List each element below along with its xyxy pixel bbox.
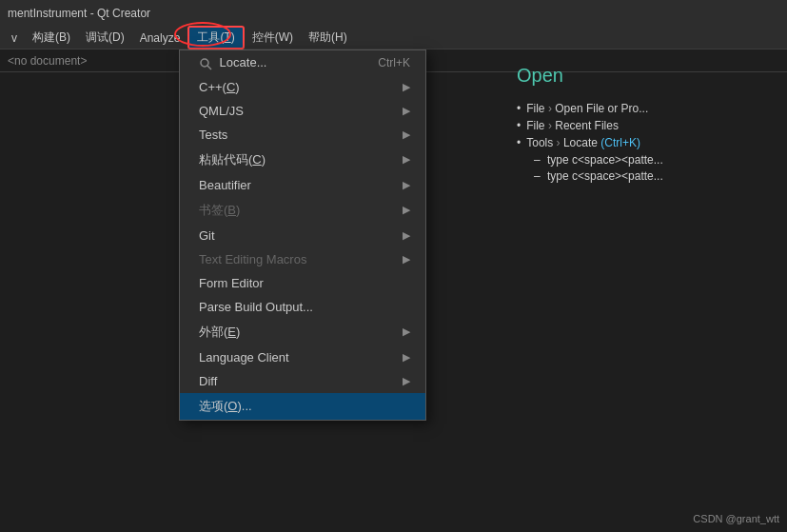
- bullet-item-1: • File › Open File or Pro...: [517, 102, 772, 115]
- dropdown-item-qmljs[interactable]: QML/JS ▶: [180, 99, 425, 123]
- text-editing-macros-label: Text Editing Macros: [199, 252, 395, 266]
- title-text: mentInstrument - Qt Creator: [8, 7, 150, 20]
- text-editing-macros-arrow: ▶: [403, 253, 410, 266]
- git-label: Git: [199, 228, 395, 243]
- menu-item-build[interactable]: 构建(B): [25, 28, 78, 48]
- bookmarks-arrow: ▶: [403, 204, 410, 216]
- bullet-text-2: File › Recent Files: [526, 119, 619, 132]
- tests-arrow: ▶: [403, 128, 410, 141]
- bullet-item-2: • File › Recent Files: [517, 119, 772, 132]
- dropdown-item-language-client[interactable]: Language Client ▶: [180, 345, 425, 369]
- open-title: Open: [517, 65, 772, 87]
- dropdown-item-git[interactable]: Git ▶: [180, 224, 425, 247]
- dropdown-item-text-editing-macros: Text Editing Macros ▶: [180, 247, 425, 271]
- cpp-label: C++(C): [199, 80, 395, 94]
- svg-line-1: [207, 66, 211, 69]
- sub-item-1: – type c<space><patte...: [534, 153, 772, 167]
- sub-item-text-2: type c<space><patte...: [547, 169, 663, 183]
- parse-build-output-label: Parse Build Output...: [199, 300, 410, 314]
- locate-label: Locate...: [199, 55, 359, 70]
- no-document-text: <no document>: [8, 54, 87, 68]
- paste-code-arrow: ▶: [403, 153, 410, 166]
- qmljs-arrow: ▶: [403, 105, 410, 117]
- diff-arrow: ▶: [403, 375, 410, 387]
- menu-item-analyze[interactable]: Analyze: [132, 30, 188, 47]
- dropdown-item-beautifier[interactable]: Beautifier ▶: [180, 173, 425, 197]
- right-panel: Open • File › Open File or Pro... • File…: [502, 49, 787, 201]
- options-label: 选项(O)...: [199, 398, 410, 415]
- paste-code-label: 粘贴代码(C): [199, 151, 395, 168]
- menu-item-debug[interactable]: 调试(D): [78, 28, 132, 48]
- dropdown-item-form-editor[interactable]: Form Editor: [180, 271, 425, 295]
- menu-item-tools[interactable]: 工具(T): [187, 26, 244, 49]
- external-label: 外部(E): [199, 324, 395, 341]
- dropdown-item-bookmarks: 书签(B) ▶: [180, 197, 425, 224]
- title-bar: mentInstrument - Qt Creator: [0, 0, 787, 27]
- qmljs-label: QML/JS: [199, 104, 395, 118]
- menu-bar: v 构建(B) 调试(D) Analyze 工具(T) 控件(W) 帮助(H): [0, 27, 787, 49]
- watermark: CSDN @grant_wtt: [693, 513, 779, 524]
- beautifier-label: Beautifier: [199, 178, 395, 192]
- svg-point-0: [201, 59, 208, 67]
- beautifier-arrow: ▶: [403, 179, 410, 191]
- dropdown-item-parse-build-output[interactable]: Parse Build Output...: [180, 295, 425, 319]
- dropdown-item-diff[interactable]: Diff ▶: [180, 369, 425, 393]
- dropdown-item-paste-code[interactable]: 粘贴代码(C) ▶: [180, 147, 425, 173]
- dropdown-item-locate[interactable]: Locate... Ctrl+K: [180, 50, 425, 75]
- sub-item-2: – type c<space><patte...: [534, 169, 772, 183]
- diff-label: Diff: [199, 374, 395, 388]
- dropdown-item-external[interactable]: 外部(E) ▶: [180, 319, 425, 345]
- locate-shortcut: Ctrl+K: [378, 56, 410, 69]
- language-client-arrow: ▶: [403, 351, 410, 364]
- bullet-text-3: Tools › Locate (Ctrl+K): [526, 136, 640, 149]
- dropdown-item-cpp[interactable]: C++(C) ▶: [180, 75, 425, 99]
- menu-item-controls[interactable]: 控件(W): [245, 28, 301, 48]
- git-arrow: ▶: [403, 229, 410, 242]
- language-client-label: Language Client: [199, 350, 395, 365]
- bullet-text-1: File › Open File or Pro...: [526, 102, 648, 115]
- menu-item-help[interactable]: 帮助(H): [301, 28, 355, 48]
- bullet-item-3: • Tools › Locate (Ctrl+K): [517, 136, 772, 149]
- bookmarks-label: 书签(B): [199, 202, 395, 219]
- dropdown-item-options[interactable]: 选项(O)...: [180, 393, 425, 420]
- watermark-text: CSDN @grant_wtt: [693, 513, 779, 524]
- tests-label: Tests: [199, 128, 395, 142]
- tools-dropdown-menu: Locate... Ctrl+K C++(C) ▶ QML/JS ▶ Tests…: [179, 49, 426, 421]
- dropdown-item-tests[interactable]: Tests ▶: [180, 123, 425, 147]
- cpp-arrow: ▶: [403, 81, 410, 93]
- menu-item-view[interactable]: v: [4, 30, 25, 47]
- external-arrow: ▶: [403, 325, 410, 338]
- form-editor-label: Form Editor: [199, 276, 410, 290]
- sub-item-text-1: type c<space><patte...: [547, 153, 663, 167]
